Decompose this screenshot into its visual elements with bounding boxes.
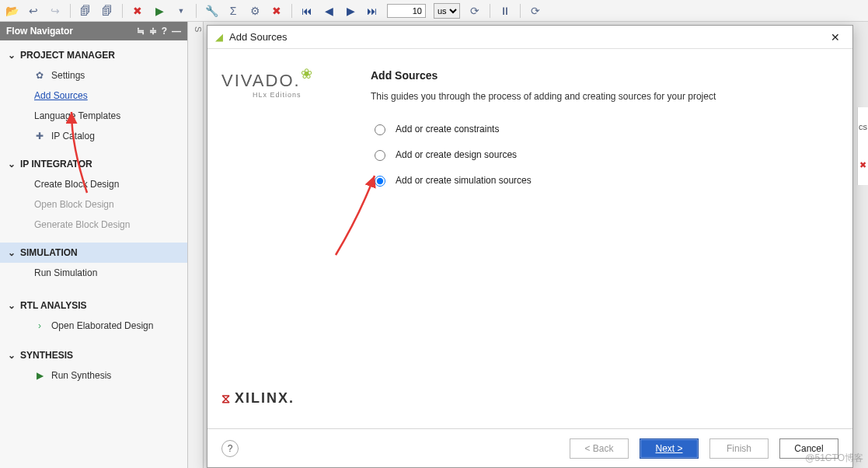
dialog-titlebar: ◢ Add Sources ✕ <box>207 26 852 49</box>
ip-icon: ✚ <box>34 131 45 141</box>
separator <box>122 4 123 18</box>
section-ip-integrator[interactable]: ⌄IP INTEGRATOR <box>0 154 187 174</box>
flow-navigator-body: ⌄PROJECT MANAGER ✿Settings Add Sources L… <box>0 40 187 468</box>
dialog-icon: ◢ <box>215 31 223 43</box>
play-icon[interactable]: ▶ <box>343 4 357 18</box>
section-simulation[interactable]: ⌄SIMULATION <box>0 243 187 263</box>
nav-help-icon[interactable]: ? <box>162 26 167 37</box>
back-button: < Back <box>570 438 629 459</box>
delete-icon[interactable]: ✖ <box>131 4 145 18</box>
flow-navigator-title: Flow Navigator <box>6 26 73 37</box>
radio-constraints-input[interactable] <box>375 124 385 135</box>
open-icon[interactable]: 📂 <box>5 4 19 18</box>
nav-item-open-block-design: Open Block Design <box>0 194 187 215</box>
paste-icon[interactable]: 🗐 <box>100 4 114 18</box>
nav-item-run-simulation[interactable]: Run Simulation <box>0 263 187 283</box>
nav-item-generate-block-design: Generate Block Design <box>0 215 187 235</box>
xilinx-logo: ⧖ XILINX. <box>221 390 349 407</box>
leaf-icon: ❀ <box>301 66 312 82</box>
copy-icon[interactable]: 🗐 <box>78 4 92 18</box>
undo-icon[interactable]: ↩ <box>26 4 40 18</box>
radio-design[interactable]: Add or create design sources <box>371 148 834 161</box>
dialog-title: Add Sources <box>229 31 287 43</box>
separator <box>520 4 521 18</box>
nav-item-add-sources[interactable]: Add Sources <box>0 86 187 106</box>
nav-item-ip-catalog[interactable]: ✚IP Catalog <box>0 126 187 146</box>
next-button[interactable]: Next > <box>640 438 699 459</box>
workarea: S ◢ Add Sources ✕ VIVADO.❀ HLx Editions … <box>188 22 868 468</box>
tune-icon[interactable]: ⚙ <box>248 4 262 18</box>
finish-button: Finish <box>709 438 769 459</box>
flow-navigator: Flow Navigator ≒ ≑ ? — ⌄PROJECT MANAGER … <box>0 22 188 468</box>
refresh-icon[interactable]: ⟳ <box>528 4 542 18</box>
nav-item-open-elaborated[interactable]: ›Open Elaborated Design <box>0 316 187 336</box>
radio-constraints[interactable]: Add or create constraints <box>371 122 834 135</box>
nav-collapse-icon[interactable]: ≒ <box>137 26 145 37</box>
brand-column: VIVADO.❀ HLx Editions ⧖ XILINX. <box>207 49 363 428</box>
close-icon[interactable]: ✕ <box>826 30 845 45</box>
separator <box>490 4 490 18</box>
add-sources-dialog: ◢ Add Sources ✕ VIVADO.❀ HLx Editions ⧖ … <box>207 25 853 468</box>
pause-icon[interactable]: ⏸ <box>498 4 512 18</box>
cancel-run-icon[interactable]: ✖ <box>270 4 284 18</box>
gear-icon: ✿ <box>34 70 45 81</box>
separator <box>291 4 292 18</box>
section-synthesis[interactable]: ⌄SYNTHESIS <box>0 345 187 365</box>
separator <box>196 4 197 18</box>
step-start-icon[interactable]: ⏮ <box>300 4 314 18</box>
dialog-footer: ? < Back Next > Finish Cancel <box>207 428 852 467</box>
run-icon[interactable]: ▶ <box>152 4 166 18</box>
vivado-logo: VIVADO.❀ HLx Editions <box>221 71 349 99</box>
separator <box>70 4 71 18</box>
section-rtl-analysis[interactable]: ⌄RTL ANALYSIS <box>0 295 187 316</box>
sim-time-unit[interactable]: us <box>434 3 460 19</box>
nav-settings-icon[interactable]: ≑ <box>149 26 157 37</box>
nav-item-run-synthesis[interactable]: ▶Run Synthesis <box>0 365 187 386</box>
chevron-right-icon: › <box>34 320 45 331</box>
radio-simulation-input[interactable] <box>375 176 385 187</box>
main-toolbar: 📂 ↩ ↪ 🗐 🗐 ✖ ▶ ▼ 🔧 Σ ⚙ ✖ ⏮ ◀ ▶ ⏭ us ⟳ ⏸ ⟳ <box>0 0 868 22</box>
redo-icon[interactable]: ↪ <box>48 4 62 18</box>
help-button[interactable]: ? <box>221 440 239 457</box>
nav-item-language-templates[interactable]: Language Templates <box>0 106 187 126</box>
dialog-description: This guides you through the process of a… <box>371 91 834 102</box>
watermark: @51CTO博客 <box>805 452 863 465</box>
section-project-manager[interactable]: ⌄PROJECT MANAGER <box>0 45 187 65</box>
dialog-heading: Add Sources <box>371 69 834 82</box>
right-cut-panel: cs✖ <box>857 107 868 185</box>
flow-navigator-header: Flow Navigator ≒ ≑ ? — <box>0 22 187 40</box>
radio-design-input[interactable] <box>375 150 385 161</box>
sigma-icon[interactable]: Σ <box>226 4 240 18</box>
step-fwd-icon[interactable]: ⏭ <box>365 4 379 18</box>
step-back-icon[interactable]: ◀ <box>322 4 336 18</box>
xilinx-icon: ⧖ <box>221 392 232 406</box>
nav-minimize-icon[interactable]: — <box>172 26 181 37</box>
restart-icon[interactable]: ⟳ <box>468 4 482 18</box>
play-icon: ▶ <box>34 370 45 381</box>
tool-icon[interactable]: 🔧 <box>204 4 218 18</box>
nav-item-create-block-design[interactable]: Create Block Design <box>0 174 187 194</box>
radio-simulation[interactable]: Add or create simulation sources <box>371 173 834 187</box>
nav-item-settings[interactable]: ✿Settings <box>0 65 187 86</box>
sim-time-input[interactable] <box>387 4 426 18</box>
dropdown-icon[interactable]: ▼ <box>174 4 188 18</box>
side-strip: S <box>188 22 204 468</box>
dialog-content: Add Sources This guides you through the … <box>363 49 852 428</box>
